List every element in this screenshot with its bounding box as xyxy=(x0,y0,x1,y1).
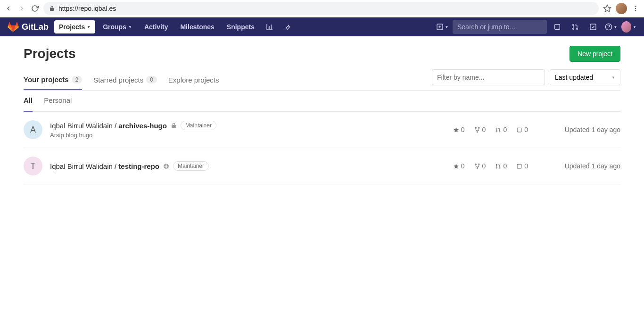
project-tabs: Your projects 2 Starred projects 0 Explo… xyxy=(24,69,620,91)
tab-explore-projects[interactable]: Explore projects xyxy=(168,70,219,90)
gitlab-navbar: GitLab Projects ▼ Groups ▼ Activity Mile… xyxy=(0,17,644,36)
subtab-personal[interactable]: Personal xyxy=(44,91,72,111)
project-subtabs: All Personal xyxy=(24,91,620,112)
project-updated: Updated 1 day ago xyxy=(536,126,620,133)
chevron-down-icon: ▼ xyxy=(445,25,449,29)
stars-stat[interactable]: 0 xyxy=(453,126,465,133)
chevron-down-icon: ▼ xyxy=(633,25,636,29)
todos-icon[interactable] xyxy=(586,19,601,34)
chevron-down-icon: ▼ xyxy=(611,75,615,80)
sort-dropdown[interactable]: Last updated ▼ xyxy=(550,69,620,85)
main-content: Projects New project Your projects 2 Sta… xyxy=(0,36,644,194)
role-badge: Maintainer xyxy=(181,121,216,130)
svg-point-2 xyxy=(635,8,636,9)
merge-requests-icon[interactable] xyxy=(568,19,583,34)
nav-snippets[interactable]: Snippets xyxy=(222,20,259,33)
nav-groups[interactable]: Groups ▼ xyxy=(98,20,137,33)
project-stats: 0 0 0 0 xyxy=(453,162,528,170)
svg-point-3 xyxy=(635,10,636,11)
nav-milestones[interactable]: Milestones xyxy=(175,20,219,33)
svg-point-8 xyxy=(573,28,574,30)
svg-point-24 xyxy=(477,167,478,168)
gitlab-logo[interactable]: GitLab xyxy=(8,21,49,33)
svg-point-7 xyxy=(573,25,574,26)
issues-icon[interactable] xyxy=(550,19,565,34)
svg-point-22 xyxy=(475,164,476,165)
project-info: Iqbal Birrul Walidain / archives-hugo Ma… xyxy=(50,121,446,139)
url-text: https://repo.iqbal.es xyxy=(58,5,116,12)
svg-point-23 xyxy=(478,164,479,165)
chart-icon[interactable] xyxy=(262,19,277,34)
svg-rect-19 xyxy=(517,128,521,132)
lock-icon xyxy=(171,123,177,129)
svg-point-9 xyxy=(577,28,578,30)
count-badge: 2 xyxy=(72,76,83,83)
project-stats: 0 0 0 0 xyxy=(453,126,528,133)
issues-stat[interactable]: 0 xyxy=(516,162,528,170)
svg-rect-28 xyxy=(517,164,521,168)
page-title: Projects xyxy=(24,46,76,61)
avatar xyxy=(621,21,631,33)
svg-point-18 xyxy=(499,131,500,132)
tab-starred-projects[interactable]: Starred projects 0 xyxy=(93,70,157,90)
project-row[interactable]: T Iqbal Birrul Walidain / testing-repo M… xyxy=(24,148,620,184)
svg-point-27 xyxy=(499,167,500,168)
svg-point-15 xyxy=(477,131,478,132)
bookmark-star-icon[interactable] xyxy=(603,4,612,13)
new-project-button[interactable]: New project xyxy=(570,46,620,62)
svg-point-13 xyxy=(475,127,476,128)
forks-stat[interactable]: 0 xyxy=(474,126,486,133)
issues-stat[interactable]: 0 xyxy=(516,126,528,133)
svg-point-26 xyxy=(496,167,497,168)
chevron-down-icon: ▼ xyxy=(128,25,132,29)
project-updated: Updated 1 day ago xyxy=(536,162,620,170)
globe-icon xyxy=(163,163,169,169)
role-badge: Maintainer xyxy=(173,161,209,171)
browser-menu-icon[interactable] xyxy=(631,4,640,13)
project-link[interactable]: Iqbal Birrul Walidain / testing-repo xyxy=(50,162,159,170)
chevron-down-icon: ▼ xyxy=(87,25,91,29)
search-box[interactable] xyxy=(453,20,547,34)
count-badge: 0 xyxy=(146,76,157,83)
svg-point-14 xyxy=(478,127,479,128)
merge-requests-stat[interactable]: 0 xyxy=(495,126,507,133)
project-link[interactable]: Iqbal Birrul Walidain / archives-hugo xyxy=(50,122,167,130)
lock-icon xyxy=(49,6,55,11)
stars-stat[interactable]: 0 xyxy=(453,162,465,170)
help-icon[interactable]: ▼ xyxy=(603,19,619,34)
url-bar[interactable]: https://repo.iqbal.es xyxy=(43,2,599,15)
svg-marker-0 xyxy=(604,5,611,12)
browser-profile-avatar[interactable] xyxy=(616,3,627,14)
chevron-down-icon: ▼ xyxy=(614,25,618,29)
svg-point-16 xyxy=(496,128,497,129)
svg-point-25 xyxy=(496,164,497,165)
project-list: A Iqbal Birrul Walidain / archives-hugo … xyxy=(24,112,620,184)
back-icon[interactable] xyxy=(4,4,13,13)
filter-input[interactable] xyxy=(432,69,545,85)
wrench-icon[interactable] xyxy=(280,19,295,34)
subtab-all[interactable]: All xyxy=(24,91,33,112)
user-menu[interactable]: ▼ xyxy=(621,19,636,34)
svg-marker-21 xyxy=(454,164,459,168)
svg-rect-6 xyxy=(555,25,560,30)
merge-requests-stat[interactable]: 0 xyxy=(495,162,507,170)
svg-rect-10 xyxy=(590,24,596,30)
search-input[interactable] xyxy=(457,23,540,31)
svg-point-17 xyxy=(496,131,497,132)
browser-toolbar: https://repo.iqbal.es xyxy=(0,0,644,17)
project-avatar: T xyxy=(24,157,42,175)
tab-your-projects[interactable]: Your projects 2 xyxy=(24,70,82,90)
svg-point-1 xyxy=(635,6,636,7)
project-avatar: A xyxy=(24,120,42,139)
project-row[interactable]: A Iqbal Birrul Walidain / archives-hugo … xyxy=(24,112,620,148)
forward-icon[interactable] xyxy=(17,4,26,13)
nav-activity[interactable]: Activity xyxy=(140,20,173,33)
project-description: Arsip blog hugo xyxy=(50,132,446,139)
plus-icon[interactable]: ▼ xyxy=(435,19,450,34)
brand-text: GitLab xyxy=(22,22,49,32)
nav-projects[interactable]: Projects ▼ xyxy=(54,20,95,33)
reload-icon[interactable] xyxy=(30,4,40,13)
forks-stat[interactable]: 0 xyxy=(474,162,486,170)
svg-marker-12 xyxy=(454,127,459,132)
project-info: Iqbal Birrul Walidain / testing-repo Mai… xyxy=(50,161,446,171)
